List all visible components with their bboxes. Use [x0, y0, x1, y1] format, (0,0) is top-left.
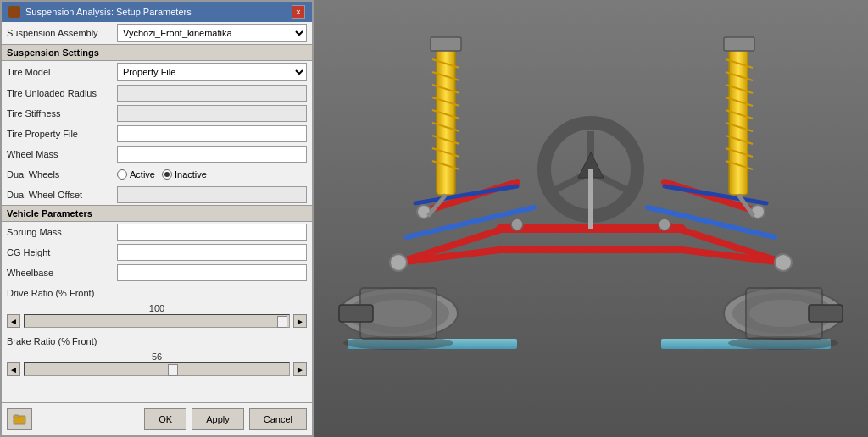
dual-wheel-offset-row: Dual Wheel Offset 300.0	[2, 185, 312, 205]
ok-button[interactable]: OK	[144, 408, 186, 430]
dual-wheel-offset-control: 300.0	[117, 186, 307, 203]
button-row: OK Apply Cancel	[2, 402, 312, 435]
dialog-title: Suspension Analysis: Setup Parameters	[25, 7, 192, 17]
dual-wheels-inactive-option[interactable]: Inactive	[162, 169, 207, 180]
dual-wheel-offset-label: Dual Wheel Offset	[7, 190, 117, 200]
dual-wheels-row: Dual Wheels Active Inactive	[2, 164, 312, 185]
suspension-settings-header: Suspension Settings	[2, 44, 312, 61]
tire-stiffness-input: 200.0	[117, 105, 307, 122]
brake-ratio-label-row: Brake Ratio (% Front)	[2, 331, 312, 351]
drive-ratio-slider-row: 100 ◄ ►	[2, 303, 312, 331]
drive-ratio-label: Drive Ratio (% Front)	[7, 288, 117, 298]
brake-ratio-track[interactable]	[24, 362, 290, 376]
title-bar: Suspension Analysis: Setup Parameters ×	[2, 2, 312, 22]
tire-property-file-row: Tire Property File mdids://acar_shared/t…	[2, 124, 312, 144]
tire-unloaded-radius-row: Tire Unloaded Radius 300.0	[2, 83, 312, 103]
dialog-content: Suspension Assembly Vychozi_Front_kinema…	[2, 22, 312, 402]
brake-ratio-value: 56	[7, 351, 307, 362]
app-icon	[8, 6, 20, 18]
suspension-assembly-row: Suspension Assembly Vychozi_Front_kinema…	[2, 22, 312, 44]
title-bar-left: Suspension Analysis: Setup Parameters	[8, 6, 192, 18]
cg-height-control: 300.0	[117, 244, 307, 261]
drive-ratio-slider-container: ◄ ►	[7, 314, 307, 328]
drive-ratio-value: 100	[7, 303, 307, 313]
drive-ratio-label-row: Drive Ratio (% Front)	[2, 283, 312, 303]
brake-ratio-right-arrow[interactable]: ►	[293, 362, 307, 376]
tire-model-control: Property File Stiffness	[117, 63, 307, 81]
brake-ratio-slider-container: ◄ ►	[7, 362, 307, 376]
svg-point-57	[511, 218, 523, 230]
tire-stiffness-control: 200.0	[117, 105, 307, 122]
brake-ratio-thumb[interactable]	[168, 364, 178, 376]
dual-wheels-radio-group: Active Inactive	[117, 169, 307, 180]
svg-rect-64	[339, 305, 373, 322]
svg-point-54	[775, 254, 792, 271]
svg-point-58	[659, 218, 670, 230]
suspension-assembly-control: Vychozi_Front_kinematika	[117, 24, 307, 42]
active-radio-label: Active	[130, 169, 155, 180]
sprung-mass-label: Sprung Mass	[7, 227, 117, 237]
drive-ratio-track[interactable]	[24, 314, 290, 328]
wheel-mass-input[interactable]: 20.0	[117, 146, 307, 163]
wheel-mass-control: 20.0	[117, 146, 307, 163]
cg-height-label: CG Height	[7, 247, 117, 257]
cg-height-input[interactable]: 300.0	[117, 244, 307, 261]
svg-point-53	[390, 254, 407, 271]
suspension-visualization	[314, 0, 868, 437]
inactive-radio-label: Inactive	[175, 169, 207, 180]
wheelbase-row: Wheelbase 2000.0	[2, 263, 312, 283]
tire-unloaded-radius-input: 300.0	[117, 85, 307, 102]
tire-property-file-label: Tire Property File	[7, 129, 117, 139]
tire-model-select[interactable]: Property File Stiffness	[117, 63, 307, 81]
dialog: Suspension Analysis: Setup Parameters × …	[0, 0, 314, 437]
folder-icon	[13, 412, 26, 426]
svg-rect-1	[14, 415, 19, 418]
apply-button[interactable]: Apply	[192, 408, 244, 430]
svg-rect-23	[431, 37, 461, 51]
wheelbase-label: Wheelbase	[7, 268, 117, 278]
svg-point-55	[417, 205, 431, 218]
close-button[interactable]: ×	[292, 5, 305, 19]
tire-stiffness-row: Tire Stiffness 200.0	[2, 103, 312, 124]
vehicle-parameters-header: Vehicle Parameters	[2, 205, 312, 222]
sprung-mass-control: 1200.0	[117, 224, 307, 241]
tire-stiffness-label: Tire Stiffness	[7, 108, 117, 119]
brake-ratio-left-arrow[interactable]: ◄	[7, 362, 20, 376]
dual-wheels-label: Dual Wheels	[7, 169, 117, 180]
brake-ratio-label: Brake Ratio (% Front)	[7, 336, 117, 346]
svg-rect-65	[809, 305, 843, 322]
inactive-radio[interactable]	[162, 169, 172, 180]
tire-unloaded-radius-control: 300.0	[117, 85, 307, 102]
cancel-button[interactable]: Cancel	[249, 408, 307, 430]
wheel-mass-label: Wheel Mass	[7, 149, 117, 159]
drive-ratio-thumb[interactable]	[277, 316, 287, 328]
cg-height-row: CG Height 300.0	[2, 242, 312, 263]
svg-rect-34	[724, 37, 754, 51]
active-radio[interactable]	[117, 169, 127, 180]
sprung-mass-row: Sprung Mass 1200.0	[2, 222, 312, 242]
tire-model-label: Tire Model	[7, 67, 117, 77]
svg-point-63	[728, 336, 838, 350]
icon-button[interactable]	[7, 408, 32, 430]
tire-property-file-input[interactable]: mdids://acar_shared/tires.tbl/pac2	[117, 125, 307, 142]
dual-wheel-offset-input: 300.0	[117, 186, 307, 203]
viewport	[314, 0, 868, 437]
tire-unloaded-radius-label: Tire Unloaded Radius	[7, 88, 117, 98]
drive-ratio-left-arrow[interactable]: ◄	[7, 314, 20, 328]
suspension-assembly-select[interactable]: Vychozi_Front_kinematika	[117, 24, 307, 42]
tire-model-row: Tire Model Property File Stiffness	[2, 61, 312, 83]
wheel-mass-row: Wheel Mass 20.0	[2, 144, 312, 164]
drive-ratio-right-arrow[interactable]: ►	[293, 314, 307, 328]
tire-property-file-control: mdids://acar_shared/tires.tbl/pac2	[117, 125, 307, 142]
sprung-mass-input[interactable]: 1200.0	[117, 224, 307, 241]
wheelbase-control: 2000.0	[117, 264, 307, 281]
dual-wheels-control: Active Inactive	[117, 169, 307, 180]
wheelbase-input[interactable]: 2000.0	[117, 264, 307, 281]
svg-point-62	[343, 336, 453, 350]
brake-ratio-slider-row: 56 ◄ ►	[2, 351, 312, 379]
suspension-assembly-label: Suspension Assembly	[7, 28, 117, 38]
dual-wheels-active-option[interactable]: Active	[117, 169, 155, 180]
